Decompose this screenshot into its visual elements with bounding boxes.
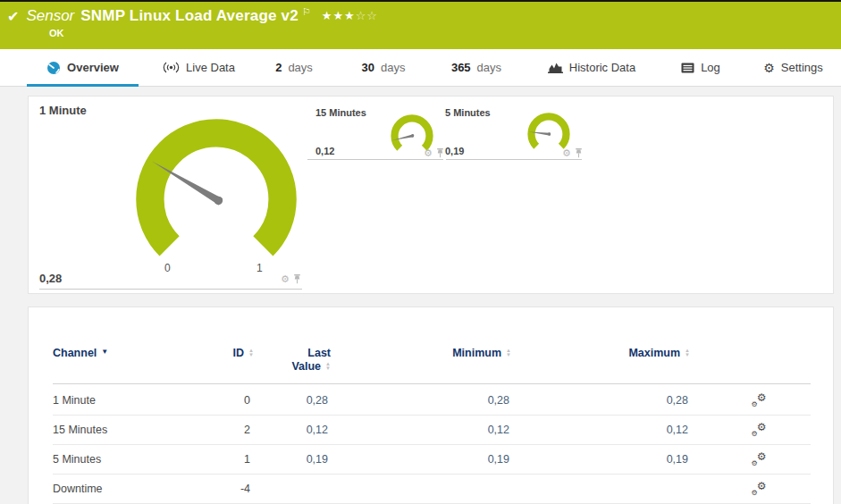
column-label: Last [307, 347, 331, 360]
tab-log[interactable]: Log [672, 49, 729, 86]
maximum-value: 0,12 [599, 416, 688, 445]
sort-icon: ▲▼ [325, 362, 331, 371]
tab-label: Log [701, 61, 720, 74]
gauge-title: 5 Minutes [445, 107, 491, 118]
minimum-value: 0,28 [420, 386, 509, 416]
gauge-footer-icons: ⚙ [424, 148, 444, 158]
channel-settings-button[interactable]: ⚙⚙ [744, 445, 774, 475]
pin-icon[interactable] [575, 148, 583, 158]
divider [307, 159, 443, 160]
tab-30-days[interactable]: 30 days [356, 49, 411, 86]
channel-name[interactable]: 5 Minutes [53, 445, 169, 475]
gauge-scale-max: 1 [257, 262, 263, 274]
gears-icon: ⚙⚙ [752, 394, 767, 407]
tab-label: Settings [781, 61, 823, 74]
column-header-last-value[interactable]: Last Value ▲▼ [198, 347, 331, 374]
gauge-title: 1 Minute [39, 104, 87, 117]
status-ok-check-icon: ✔ [7, 8, 19, 25]
gauge-footer-icons: ⚙ [562, 148, 583, 158]
minimum-value: 0,12 [420, 416, 509, 445]
gauge-value: 0,12 [315, 146, 334, 156]
pin-icon[interactable] [293, 274, 301, 284]
stars-filled: ★★★ [322, 9, 356, 22]
table-row: 1 Minute 0 0,28 0,28 0,28 ⚙⚙ [29, 386, 835, 416]
channels-table-panel: Channel ▼ ID ▲▼ Last Value ▲▼ Minimum ▲▼… [28, 307, 834, 504]
tab-overview[interactable]: Overview [27, 49, 139, 86]
sort-icon: ▲▼ [685, 349, 690, 357]
table-row: 5 Minutes 1 0,19 0,19 0,19 ⚙⚙ [29, 445, 835, 475]
channel-settings-button[interactable]: ⚙⚙ [744, 416, 774, 445]
sensor-title-line: ✔ Sensor SNMP Linux Load Average v2 ⚐ ★★… [7, 7, 378, 25]
gauge-title: 15 Minutes [315, 107, 366, 118]
tab-historic-data[interactable]: Historic Data [543, 49, 640, 86]
channel-name[interactable]: Downtime [53, 475, 169, 504]
column-label: Maximum [628, 347, 680, 359]
flag-icon[interactable]: ⚐ [302, 6, 311, 18]
gauge-footer-icons: ⚙ [281, 274, 301, 284]
tab-label: Overview [67, 61, 119, 74]
channel-id: -4 [161, 475, 250, 504]
tab-2-days[interactable]: 2 days [268, 49, 320, 86]
gauge-chart [131, 114, 301, 284]
column-label: Value [291, 360, 321, 374]
table-row: Downtime -4 ⚙⚙ [29, 475, 835, 504]
prtg-sensor-page: ✔ Sensor SNMP Linux Load Average v2 ⚐ ★★… [0, 0, 841, 504]
tab-label: Live Data [186, 61, 235, 74]
column-label: Minimum [452, 347, 501, 359]
gear-icon[interactable]: ⚙ [281, 274, 290, 284]
channel-id: 2 [161, 416, 250, 445]
gear-icon[interactable]: ⚙ [562, 148, 571, 158]
gear-icon: ⚙ [763, 62, 775, 74]
tab-label: days [477, 61, 501, 74]
gauge-value: 0,28 [39, 272, 62, 285]
tab-number: 30 [362, 61, 374, 74]
divider [39, 289, 302, 290]
sensor-status-header: ✔ Sensor SNMP Linux Load Average v2 ⚐ ★★… [0, 2, 841, 49]
last-value: 0,19 [239, 445, 328, 475]
gear-icon[interactable]: ⚙ [424, 148, 433, 158]
priority-stars[interactable]: ★★★☆☆ [322, 9, 378, 22]
tab-label: Historic Data [569, 61, 635, 74]
channel-id: 0 [161, 386, 250, 416]
histogram-icon [548, 62, 563, 73]
table-row: 15 Minutes 2 0,12 0,12 0,12 ⚙⚙ [29, 416, 835, 445]
header-divider [53, 383, 811, 384]
last-value: 0,12 [239, 416, 328, 445]
minimum-value: 0,19 [420, 445, 509, 475]
channel-settings-button[interactable]: ⚙⚙ [744, 475, 774, 504]
status-badge: OK [49, 28, 64, 38]
channel-name[interactable]: 1 Minute [53, 386, 169, 416]
tab-live-data[interactable]: Live Data [152, 49, 246, 86]
maximum-value: 0,19 [599, 445, 688, 475]
gauge-value: 0,19 [445, 146, 464, 156]
maximum-value: 0,28 [599, 386, 688, 416]
tab-number: 365 [451, 61, 471, 74]
sort-icon: ▲▼ [506, 349, 511, 357]
gears-icon: ⚙⚙ [752, 483, 767, 496]
gauges-panel: 1 Minute 0 1 0,28 ⚙ 15 Minutes [28, 96, 834, 294]
object-kind-label: Sensor [26, 7, 74, 25]
gears-icon: ⚙⚙ [752, 453, 767, 466]
column-header-maximum[interactable]: Maximum ▲▼ [565, 347, 690, 359]
tab-number: 2 [275, 61, 282, 74]
tab-label: days [381, 61, 405, 74]
divider [446, 159, 582, 160]
tab-label: days [288, 61, 312, 74]
tab-settings[interactable]: ⚙ Settings [755, 49, 831, 86]
last-value: 0,28 [239, 386, 328, 416]
gears-icon: ⚙⚙ [752, 424, 767, 437]
broadcast-icon [163, 62, 180, 73]
log-list-icon [681, 63, 694, 73]
tab-bar: Overview Live Data 2 days 30 days 365 da… [0, 49, 841, 87]
gauge-icon [46, 61, 61, 75]
column-header-minimum[interactable]: Minimum ▲▼ [386, 347, 511, 359]
column-label: Channel [53, 347, 97, 359]
channel-id: 1 [161, 445, 250, 475]
stars-empty: ☆☆ [356, 9, 378, 22]
pin-icon[interactable] [436, 148, 444, 158]
gauge-scale-min: 0 [164, 262, 171, 274]
channel-settings-button[interactable]: ⚙⚙ [744, 386, 774, 416]
tab-365-days[interactable]: 365 days [445, 49, 508, 86]
sensor-title: SNMP Linux Load Average v2 [80, 7, 299, 25]
channel-name[interactable]: 15 Minutes [53, 416, 169, 445]
